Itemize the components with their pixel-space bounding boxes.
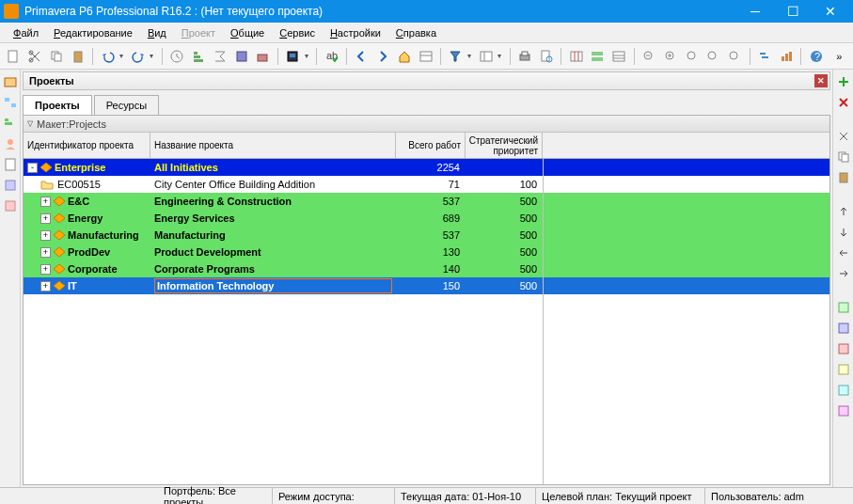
table-row[interactable]: +ManufacturingManufacturing537500 [24, 227, 829, 244]
table-row[interactable]: +E&CEngineering & Construction537500 [24, 193, 829, 210]
leftbar-wbs-icon[interactable] [2, 94, 19, 111]
menu-file[interactable]: Файл [6, 24, 46, 41]
expander-icon[interactable]: + [40, 213, 51, 224]
rightbar-add-icon[interactable] [835, 73, 852, 90]
panel-close-button[interactable]: ✕ [814, 74, 828, 87]
rightbar-left-icon[interactable] [835, 244, 852, 261]
expander-icon[interactable]: + [40, 230, 51, 241]
rightbar-paste-icon[interactable] [835, 169, 852, 186]
rightbar-item6-icon[interactable] [835, 402, 852, 419]
leftbar-resources-icon[interactable] [2, 135, 19, 152]
leftbar-activities-icon[interactable] [2, 115, 19, 132]
toolbar-zoomout-icon[interactable] [640, 46, 659, 67]
toolbar-summarize-icon[interactable] [210, 46, 229, 67]
toolbar-publish-dropdown[interactable]: ▾ [305, 52, 312, 60]
toolbar-home-icon[interactable] [394, 46, 414, 67]
menu-help[interactable]: Справка [388, 24, 444, 41]
toolbar-redo-dropdown[interactable]: ▾ [150, 52, 157, 60]
expander-icon[interactable]: + [40, 247, 51, 258]
svg-rect-43 [789, 52, 792, 61]
expander-icon[interactable]: + [40, 264, 51, 275]
toolbar-columns-icon[interactable] [566, 46, 586, 67]
tab-resources[interactable]: Ресурсы [94, 95, 159, 115]
rightbar-item2-icon[interactable] [835, 320, 852, 337]
rightbar-item4-icon[interactable] [835, 361, 852, 378]
table-row[interactable]: +EnergyEnergy Services689500 [24, 210, 829, 227]
menu-service[interactable]: Сервис [272, 24, 323, 41]
toolbar-redo-icon[interactable] [129, 46, 149, 67]
toolbar-back-icon[interactable] [352, 46, 371, 67]
toolbar-storeperiod-icon[interactable] [253, 46, 273, 67]
menu-edit[interactable]: Редактирование [46, 24, 140, 41]
table-row[interactable]: EC00515City Center Office Building Addit… [24, 176, 829, 193]
menu-view[interactable]: Вид [140, 24, 174, 41]
toolbar-details-icon[interactable] [588, 46, 608, 67]
leftbar-tracking-icon[interactable] [2, 177, 19, 194]
menu-common[interactable]: Общие [223, 24, 272, 41]
toolbar-layout-dropdown[interactable]: ▾ [498, 52, 505, 60]
toolbar-zoom3-icon[interactable] [725, 46, 745, 67]
expander-icon[interactable]: + [40, 281, 51, 291]
table-row[interactable]: +ITInformation Technology150500 [24, 277, 829, 294]
leftbar-existing-icon[interactable] [2, 197, 19, 214]
toolbar-copy-icon[interactable] [47, 46, 67, 67]
toolbar-zoomin-icon[interactable] [660, 46, 680, 67]
rightbar-item5-icon[interactable] [835, 382, 852, 399]
toolbar-overflow-icon[interactable]: » [829, 46, 849, 67]
toolbar-zoom1-icon[interactable] [682, 46, 702, 67]
toolbar-undo-dropdown[interactable]: ▾ [119, 52, 127, 60]
grid-body[interactable]: -EnterpriseAll Initiatives2254EC00515Cit… [24, 159, 829, 484]
rightbar-delete-icon[interactable] [835, 94, 852, 111]
toolbar-forward-icon[interactable] [373, 46, 393, 67]
toolbar-zoom2-icon[interactable] [703, 46, 723, 67]
col-header-total[interactable]: Всего работ [396, 133, 466, 158]
toolbar-table-icon[interactable] [609, 46, 629, 67]
toolbar-print-icon[interactable] [515, 46, 535, 67]
rightbar-right-icon[interactable] [835, 265, 852, 282]
toolbar-publish-icon[interactable] [283, 46, 303, 67]
toolbar-paste-icon[interactable] [68, 46, 87, 67]
rightbar-down-icon[interactable] [835, 224, 852, 241]
toolbar-layout-icon[interactable] [476, 46, 496, 67]
expander-icon[interactable]: - [27, 163, 38, 173]
table-row[interactable]: -EnterpriseAll Initiatives2254 [24, 159, 829, 176]
toolbar-level-icon[interactable] [189, 46, 209, 67]
rightbar-item1-icon[interactable] [835, 299, 852, 316]
expander-icon[interactable]: + [40, 197, 51, 207]
toolbar-new-icon[interactable] [4, 46, 24, 67]
layout-bar[interactable]: ▽ Макет:Projects [24, 116, 829, 133]
toolbar-help-icon[interactable]: ? [806, 46, 826, 67]
toolbar-filter-dropdown[interactable]: ▾ [467, 52, 475, 60]
row-name-edit[interactable]: Information Technology [154, 278, 392, 293]
row-id: Enterprise [55, 162, 105, 173]
col-header-priority[interactable]: Стратегический приоритет [466, 133, 543, 158]
maximize-button[interactable]: ☐ [774, 0, 812, 23]
tab-projects[interactable]: Проекты [23, 95, 92, 115]
col-header-name[interactable]: Название проекта [150, 133, 396, 158]
toolbar-schedule-icon[interactable] [167, 46, 187, 67]
toolbar-gantt-icon[interactable] [755, 46, 775, 67]
toolbar-dir-icon[interactable] [416, 46, 435, 67]
toolbar-scissors-icon[interactable] [25, 46, 45, 67]
minimize-button[interactable]: ─ [736, 0, 774, 23]
toolbar-chart-icon[interactable] [776, 46, 796, 67]
toolbar-preview-icon[interactable] [536, 46, 556, 67]
menu-settings[interactable]: Настройки [323, 24, 388, 41]
rightbar-cut-icon[interactable] [835, 128, 852, 145]
col-header-id[interactable]: Идентификатор проекта [24, 133, 150, 158]
table-row[interactable]: +ProdDevProduct Development130500 [24, 244, 829, 260]
toolbar-undo-icon[interactable] [98, 46, 118, 67]
toolbar-spelling-icon[interactable]: ab [322, 46, 341, 67]
table-row[interactable]: +CorporateCorporate Programs140500 [24, 260, 829, 277]
grid-vertical-divider[interactable] [543, 159, 544, 484]
toolbar-commit-icon[interactable] [231, 46, 251, 67]
rightbar-up-icon[interactable] [835, 203, 852, 220]
app-logo-icon [4, 4, 19, 19]
rightbar-item3-icon[interactable] [835, 340, 852, 357]
rightbar-copy-icon[interactable] [835, 149, 852, 165]
leftbar-projects-icon[interactable] [2, 73, 19, 90]
leftbar-reports-icon[interactable] [2, 156, 19, 173]
close-button[interactable]: ✕ [812, 0, 849, 23]
layout-chevron-icon[interactable]: ▽ [27, 119, 33, 128]
toolbar-filter-icon[interactable] [446, 46, 466, 67]
